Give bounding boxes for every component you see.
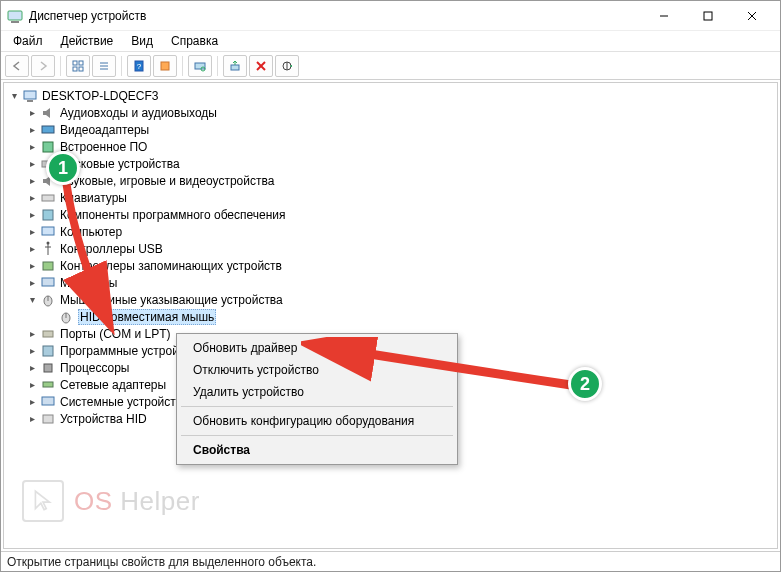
expander-right-icon[interactable]: ▸ [26,192,38,204]
expander-right-icon[interactable]: ▸ [26,413,38,425]
tree-cat-video[interactable]: ▸ Видеоадаптеры [24,121,775,138]
usb-icon [40,241,56,257]
tree-cat-software[interactable]: ▸ Компоненты программного обеспечения [24,206,775,223]
expander-right-icon[interactable]: ▸ [26,362,38,374]
keyboard-icon [40,190,56,206]
expander-right-icon[interactable]: ▸ [26,209,38,221]
cpu-icon [40,360,56,376]
title-bar: Диспетчер устройств [1,1,780,31]
menu-view[interactable]: Вид [123,32,161,50]
svg-rect-24 [42,126,54,133]
monitor-icon [40,275,56,291]
audio-icon [40,105,56,121]
svg-rect-32 [42,278,54,286]
expander-right-icon[interactable]: ▸ [26,345,38,357]
expander-right-icon[interactable]: ▸ [26,141,38,153]
tree-cat-usb[interactable]: ▸ Контроллеры USB [24,240,775,257]
tree-cat-keyboard[interactable]: ▸ Клавиатуры [24,189,775,206]
svg-rect-8 [73,67,77,71]
svg-text:?: ? [137,62,142,71]
ctx-uninstall-device[interactable]: Удалить устройство [179,381,455,403]
tree-cat-sound[interactable]: ▸ Звуковые, игровые и видеоустройства [24,172,775,189]
ctx-disable-device[interactable]: Отключить устройство [179,359,455,381]
svg-rect-7 [79,61,83,65]
svg-rect-39 [44,364,52,372]
svg-rect-18 [231,65,239,70]
selected-device-label: HID-совместимая мышь [78,309,216,325]
tree-cat-firmware[interactable]: ▸ Встроенное ПО [24,138,775,155]
toolbar-help-button[interactable]: ? [127,55,151,77]
toolbar-properties-button[interactable] [153,55,177,77]
toolbar-forward-button[interactable] [31,55,55,77]
svg-rect-16 [195,63,205,69]
menu-action[interactable]: Действие [53,32,122,50]
svg-rect-23 [27,100,33,102]
ctx-scan-hardware[interactable]: Обновить конфигурацию оборудования [179,410,455,432]
tree-cat-computer[interactable]: ▸ Компьютер [24,223,775,240]
ctx-separator [181,406,453,407]
toolbar-uninstall-button[interactable] [249,55,273,77]
expander-right-icon[interactable]: ▸ [26,277,38,289]
minimize-button[interactable] [642,2,686,30]
tree-dev-hid-mouse[interactable]: ▸ HID-совместимая мышь [42,308,775,325]
network-icon [40,377,56,393]
svg-rect-3 [704,12,712,20]
expander-right-icon[interactable]: ▸ [26,226,38,238]
computer-icon [40,224,56,240]
tree-cat-mouse[interactable]: ▾ Мыши и иные указывающие устройства [24,291,775,308]
expander-right-icon[interactable]: ▸ [26,260,38,272]
menu-help[interactable]: Справка [163,32,226,50]
firmware-icon [40,139,56,155]
svg-rect-40 [43,382,53,387]
watermark-text: OS Helper [74,486,200,517]
svg-rect-0 [8,11,22,20]
maximize-button[interactable] [686,2,730,30]
svg-rect-27 [42,195,54,201]
menu-file[interactable]: Файл [5,32,51,50]
svg-rect-41 [42,397,54,405]
window-title: Диспетчер устройств [29,9,642,23]
expander-down-icon[interactable]: ▾ [8,90,20,102]
menu-bar: Файл Действие Вид Справка [1,31,780,52]
svg-rect-42 [43,415,53,423]
svg-rect-31 [43,262,53,270]
expander-right-icon[interactable]: ▸ [26,379,38,391]
svg-rect-22 [24,91,36,99]
expander-right-icon[interactable]: ▸ [26,396,38,408]
expander-right-icon[interactable]: ▸ [26,175,38,187]
toolbar-list-view-button[interactable] [92,55,116,77]
status-bar: Открытие страницы свойств для выделенног… [1,551,780,571]
device-tree-panel[interactable]: ▾ DESKTOP-LDQECF3 ▸ Аудиовходы и аудиовы… [3,82,778,549]
expander-down-icon[interactable]: ▾ [26,294,38,306]
tree-cat-storage[interactable]: ▸ Контроллеры запоминающих устройств [24,257,775,274]
expander-right-icon[interactable]: ▸ [26,158,38,170]
annotation-bubble-1: 1 [46,151,80,185]
tree-cat-disk[interactable]: ▸ Дисковые устройства [24,155,775,172]
display-adapter-icon [40,122,56,138]
toolbar-update-button[interactable] [223,55,247,77]
status-text: Открытие страницы свойств для выделенног… [7,555,316,569]
expander-right-icon[interactable]: ▸ [26,107,38,119]
svg-rect-25 [43,142,53,152]
software-component-icon [40,207,56,223]
tree-cat-audio[interactable]: ▸ Аудиовходы и аудиовыходы [24,104,775,121]
toolbar-back-button[interactable] [5,55,29,77]
expander-right-icon[interactable]: ▸ [26,328,38,340]
tree-cat-monitor[interactable]: ▸ Мониторы [24,274,775,291]
ctx-separator [181,435,453,436]
watermark: OS Helper [22,480,200,522]
storage-controller-icon [40,258,56,274]
expander-right-icon[interactable]: ▸ [26,243,38,255]
svg-rect-6 [73,61,77,65]
expander-right-icon[interactable]: ▸ [26,124,38,136]
watermark-cursor-icon [22,480,64,522]
tree-root-label: DESKTOP-LDQECF3 [42,89,158,103]
context-menu: Обновить драйвер Отключить устройство Уд… [176,333,458,465]
toolbar-scan-button[interactable] [188,55,212,77]
ctx-update-driver[interactable]: Обновить драйвер [179,337,455,359]
toolbar-tree-view-button[interactable] [66,55,90,77]
close-button[interactable] [730,2,774,30]
tree-root[interactable]: ▾ DESKTOP-LDQECF3 [6,87,775,104]
toolbar-disable-button[interactable] [275,55,299,77]
ctx-properties[interactable]: Свойства [179,439,455,461]
